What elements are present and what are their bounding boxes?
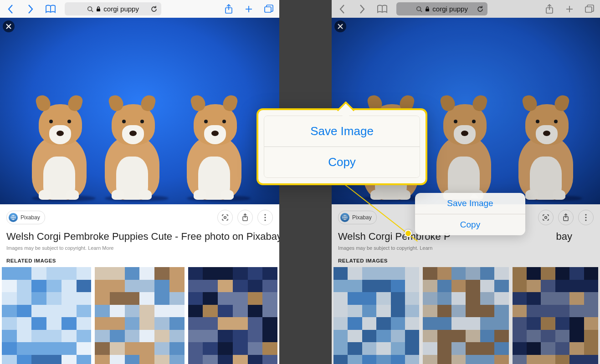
svg-point-33 (585, 214, 586, 215)
source-chip[interactable]: Pixabay (338, 211, 377, 224)
close-icon (6, 24, 11, 29)
lens-icon (542, 213, 550, 222)
more-vertical-icon (585, 214, 587, 221)
menu-item-copy[interactable]: Copy (415, 214, 525, 235)
related-heading: RELATED IMAGES (0, 258, 279, 267)
svg-rect-26 (585, 7, 592, 12)
svg-point-19 (417, 6, 421, 10)
search-icon (87, 6, 93, 12)
share-icon (545, 4, 554, 14)
share-button[interactable] (223, 3, 235, 15)
svg-rect-8 (265, 7, 271, 12)
menu-item-copy[interactable]: Copy (264, 147, 420, 177)
svg-rect-21 (426, 9, 429, 11)
close-button[interactable] (334, 20, 346, 32)
image-info-row: Pixabay (0, 204, 279, 231)
image-title: Welsh Corgi Pembroke Puppies Cute - Free… (0, 231, 279, 245)
new-tab-button[interactable] (564, 3, 575, 15)
source-name: Pixabay (352, 214, 372, 221)
forward-button[interactable] (25, 3, 36, 15)
chevron-right-icon (27, 4, 34, 14)
image-share-button[interactable] (237, 210, 253, 225)
image-share-button[interactable] (558, 210, 574, 225)
safari-toolbar: corgi puppy (0, 0, 279, 18)
book-icon (377, 5, 388, 14)
related-thumb[interactable] (423, 267, 508, 364)
image-viewer[interactable] (0, 18, 279, 204)
copyright-text: Images may be subject to copyright. Lear… (332, 245, 600, 258)
related-thumb[interactable] (95, 267, 184, 364)
share-button[interactable] (544, 3, 555, 15)
bookmarks-button[interactable] (376, 3, 388, 15)
forward-button[interactable] (356, 3, 368, 15)
menu-item-save-image[interactable]: Save Image (264, 116, 420, 147)
context-menu: Save Image Copy (415, 193, 525, 235)
url-text: corgi puppy (103, 5, 139, 13)
copyright-text: Images may be subject to copyright. Lear… (0, 245, 279, 258)
related-heading: RELATED IMAGES (332, 258, 600, 267)
hero-image-content (505, 72, 591, 200)
lock-icon (96, 6, 101, 12)
chevron-left-icon (339, 4, 345, 14)
reload-icon[interactable] (477, 5, 484, 13)
share-icon (563, 213, 569, 222)
hero-image-content (91, 72, 178, 200)
tabs-icon (585, 5, 595, 14)
more-button[interactable] (257, 210, 273, 225)
more-vertical-icon (264, 214, 266, 221)
chevron-left-icon (7, 4, 14, 14)
book-icon (45, 5, 56, 14)
close-button[interactable] (3, 20, 15, 32)
svg-point-16 (264, 217, 266, 218)
related-thumb[interactable] (2, 267, 91, 364)
reload-icon[interactable] (150, 5, 158, 13)
new-tab-button[interactable] (243, 3, 255, 15)
learn-more-link[interactable]: Learn More (88, 245, 113, 251)
lens-button[interactable] (217, 210, 233, 225)
share-icon (242, 213, 248, 222)
menu-item-save-image[interactable]: Save Image (415, 193, 525, 214)
back-button[interactable] (5, 3, 16, 15)
svg-rect-3 (97, 9, 100, 11)
hero-image-content (423, 72, 509, 200)
tabs-button[interactable] (584, 3, 595, 15)
lock-icon (425, 6, 430, 12)
svg-point-34 (585, 217, 586, 218)
lens-button[interactable] (538, 210, 554, 225)
svg-point-12 (224, 217, 226, 219)
related-images (332, 267, 600, 364)
source-chip[interactable]: Pixabay (6, 211, 45, 224)
url-bar[interactable]: corgi puppy (65, 2, 161, 15)
url-bar[interactable]: corgi puppy (396, 2, 487, 15)
related-thumb[interactable] (333, 267, 419, 364)
svg-point-1 (88, 6, 92, 10)
search-icon (416, 6, 422, 12)
context-menu-callout: Save Image Copy (256, 108, 427, 185)
safari-window-left: corgi puppy Pixabay (0, 0, 279, 364)
globe-icon (340, 213, 349, 222)
related-thumb[interactable] (188, 267, 277, 364)
svg-line-2 (92, 10, 93, 12)
svg-point-17 (264, 219, 266, 221)
svg-point-15 (264, 214, 266, 215)
share-icon (225, 4, 233, 14)
globe-icon (9, 213, 18, 222)
svg-line-20 (421, 10, 422, 12)
source-name: Pixabay (21, 214, 40, 221)
lens-icon (221, 213, 229, 222)
svg-point-35 (585, 219, 586, 221)
tabs-button[interactable] (263, 3, 275, 15)
plus-icon (244, 5, 253, 14)
related-thumb[interactable] (513, 267, 598, 364)
more-button[interactable] (578, 210, 594, 225)
bookmarks-button[interactable] (45, 3, 56, 15)
url-text: corgi puppy (432, 5, 468, 13)
svg-point-30 (545, 217, 547, 219)
hero-image-content (173, 72, 260, 200)
plus-icon (565, 5, 574, 14)
back-button[interactable] (336, 3, 348, 15)
tabs-icon (264, 5, 274, 14)
related-images (0, 267, 279, 364)
safari-toolbar: corgi puppy (332, 0, 600, 18)
callout-dot (405, 230, 412, 237)
